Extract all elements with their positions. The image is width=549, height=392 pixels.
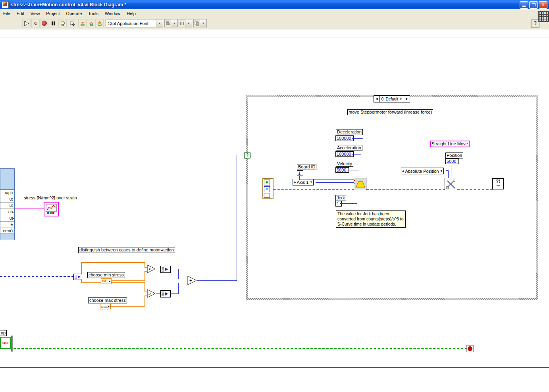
distribute-objects-dropdown[interactable]: ▼ — [179, 19, 192, 27]
node-terminal-row[interactable]: ut — [0, 196, 14, 203]
highlight-execution-button[interactable] — [58, 19, 67, 27]
cluster-constant[interactable]: F 0 — [262, 178, 274, 199]
stress-graph-label[interactable]: stress [N/mm^2] over strain — [24, 195, 77, 200]
absolute-position-enum-constant[interactable]: ◆ Absolute Position ▼ — [401, 168, 444, 174]
acceleration-label[interactable]: Acceleration — [336, 145, 362, 151]
board-id-constant[interactable]: 1 — [297, 170, 303, 176]
app-icon — [2, 1, 9, 8]
stress-strain-express-node[interactable]: raph ut ut oh▸ ut▸ e error) — [0, 168, 15, 240]
load-velocity-vi[interactable] — [354, 178, 366, 190]
wire-case-selector — [237, 155, 245, 155]
distribute-objects-icon — [179, 21, 185, 26]
board-id-label[interactable]: Board ID — [297, 164, 316, 170]
node-terminal-row[interactable]: ut — [0, 203, 14, 209]
step-out-button[interactable] — [95, 19, 104, 27]
step-into-icon — [80, 21, 85, 26]
wire-velocity — [347, 170, 359, 170]
wire-error — [457, 189, 493, 190]
select-node[interactable] — [160, 266, 171, 273]
menu-tools[interactable]: Tools — [85, 9, 102, 18]
font-dropdown-icon[interactable]: ▼ — [156, 19, 163, 27]
case-selector-terminal[interactable]: ? — [244, 153, 250, 158]
node-terminal-row[interactable]: oh▸ — [0, 209, 14, 215]
run-continuous-button[interactable]: ↻ — [31, 19, 40, 27]
menu-view[interactable]: View — [27, 9, 43, 18]
add-node[interactable]: + — [187, 276, 197, 286]
align-objects-dropdown[interactable]: ▼ — [164, 19, 178, 27]
menu-window[interactable]: Window — [102, 9, 123, 18]
close-button[interactable]: × — [539, 1, 547, 9]
step-into-button[interactable] — [78, 19, 87, 27]
numeric-zero-constant[interactable]: 0 — [264, 186, 270, 192]
xy-graph-terminal[interactable] — [44, 202, 59, 216]
loop-condition-terminal[interactable] — [466, 345, 474, 352]
case-selector-dropdown-icon[interactable]: ▼ — [399, 98, 402, 100]
wire-graph — [15, 209, 44, 209]
case-prev-arrow-icon[interactable]: ◀ — [374, 96, 379, 102]
run-icon — [24, 21, 29, 26]
select-node[interactable] — [160, 290, 171, 297]
menu-edit[interactable]: Edit — [13, 9, 27, 18]
stop-button-terminal[interactable]: STOP — [0, 337, 11, 349]
position-constant[interactable]: 5000 — [445, 158, 459, 164]
wire-dbl — [112, 280, 145, 281]
labview-block-diagram-window: stress-strain+Motion control_v4.vi Block… — [0, 0, 549, 392]
deceleration-constant[interactable]: 100000 — [335, 135, 354, 141]
wire-dbl — [144, 296, 145, 307]
absolute-position-enum-value[interactable]: Absolute Position — [405, 169, 439, 174]
menu-operate[interactable]: Operate — [63, 9, 85, 18]
menu-project[interactable]: Project — [43, 9, 63, 18]
while-loop-border[interactable] — [11, 336, 13, 351]
min-stress-dbl-constant[interactable]: DBL▸ — [101, 278, 112, 284]
menu-file[interactable]: File — [0, 9, 13, 18]
greater-than-node[interactable]: > — [147, 289, 156, 299]
step-over-icon — [89, 21, 94, 26]
case-selector[interactable]: ◀ 0, Default ▼ ▶ — [374, 95, 410, 102]
select-icon — [162, 292, 170, 296]
straight-line-move-vi[interactable] — [445, 178, 457, 190]
node-terminal-row[interactable]: ut▸ — [0, 215, 14, 222]
wire-boolean — [156, 294, 160, 294]
case-structure[interactable] — [246, 95, 538, 300]
abort-button[interactable] — [40, 19, 48, 27]
restore-button[interactable] — [529, 1, 538, 9]
straight-line-move-label[interactable]: Straight Line Move — [430, 141, 470, 147]
wire-error — [274, 189, 354, 190]
deceleration-label[interactable]: Deceleration — [336, 129, 363, 135]
step-over-button[interactable] — [87, 19, 95, 27]
menu-help[interactable]: Help — [123, 9, 139, 18]
axis-enum-value[interactable]: Axis 1 — [297, 180, 308, 185]
velocity-label[interactable]: Velocity — [336, 161, 353, 167]
case-selector-value[interactable]: 0, Default — [381, 97, 398, 101]
abort-icon — [42, 21, 47, 26]
run-button[interactable] — [22, 19, 31, 27]
stop-label[interactable]: op — [0, 330, 7, 336]
reorder-dropdown[interactable]: ▼ — [193, 19, 207, 27]
case-comment[interactable]: move Steppermotor forward (inrease force… — [347, 109, 433, 115]
retain-wire-values-button[interactable] — [68, 19, 76, 27]
node-terminal-row[interactable]: raph — [0, 190, 14, 196]
choose-max-stress-label[interactable]: choose max stress — [88, 297, 127, 303]
position-label[interactable]: Position — [445, 153, 463, 158]
font-selector[interactable]: 13pt Application Font ▼ — [106, 19, 163, 27]
stop-if-true-icon — [468, 346, 472, 351]
pause-button[interactable] — [49, 19, 57, 27]
case-next-arrow-icon[interactable]: ▶ — [404, 96, 409, 102]
node-terminal-row[interactable]: e — [0, 222, 14, 228]
acceleration-constant[interactable]: 100000 — [335, 151, 354, 157]
greater-than-node[interactable]: > — [147, 265, 156, 274]
boolean-false-constant[interactable]: F — [264, 180, 270, 185]
jerk-label[interactable]: Jerk — [335, 195, 346, 201]
jerk-constant[interactable]: 1 — [335, 201, 342, 207]
vi-icon[interactable] — [538, 11, 549, 22]
error-check-vi[interactable]: ?! ↪ — [492, 178, 504, 189]
max-stress-dbl-constant[interactable]: DBL▸ — [100, 304, 111, 309]
axis-enum-dropdown-icon[interactable]: ▼ — [310, 181, 312, 183]
minimize-button[interactable] — [520, 1, 528, 9]
jerk-comment[interactable]: The value for Jerk has been converted fr… — [336, 210, 406, 228]
velocity-constant[interactable]: 5000 — [335, 167, 349, 173]
motor-action-comment[interactable]: distinguish between cases to define moto… — [78, 247, 175, 253]
choose-min-stress-label[interactable]: choose min stress — [87, 272, 125, 278]
string-constant[interactable] — [264, 193, 270, 198]
absolute-position-dropdown-icon[interactable]: ▼ — [440, 170, 443, 172]
